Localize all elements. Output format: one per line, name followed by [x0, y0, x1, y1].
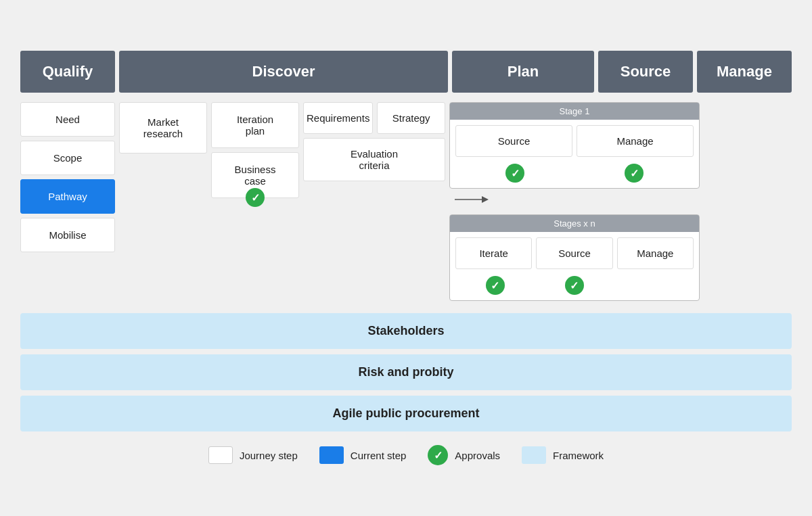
legend-framework-label: Framework — [553, 450, 604, 461]
approval-stage1-source: ✓ — [505, 164, 524, 183]
stage-n-cells: Iterate Source Manage — [450, 232, 699, 275]
legend-current-step-icon — [319, 446, 344, 464]
plan-column: Requirements Strategy Evaluationcriteria — [303, 102, 445, 181]
stage1-source[interactable]: Source — [455, 125, 572, 157]
legend-framework-icon — [522, 446, 546, 464]
step-need[interactable]: Need — [20, 102, 115, 137]
stage1-cells: Source Manage — [450, 120, 699, 162]
step-requirements[interactable]: Requirements — [303, 102, 373, 134]
stage-n-iterate[interactable]: Iterate — [455, 237, 532, 269]
stage-n-manage[interactable]: Manage — [617, 237, 694, 269]
stage-n-approvals: ✓ ✓ — [450, 275, 699, 300]
stage1-box: Stage 1 Source Manage ✓ ✓ — [449, 102, 700, 189]
bar-agile[interactable]: Agile public procurement — [20, 396, 792, 431]
step-pathway[interactable]: Pathway — [20, 179, 115, 214]
legend-approvals-label: Approvals — [455, 450, 500, 461]
approval-business-case: ✓ — [246, 188, 265, 207]
step-business-case[interactable]: Businesscase ✓ — [211, 152, 299, 198]
stage1-header: Stage 1 — [450, 103, 699, 120]
discover-sub-col-1: Marketresearch — [119, 102, 207, 198]
legend-framework: Framework — [522, 446, 604, 464]
main-layout: Need Scope Pathway Mobilise Marketresear… — [20, 102, 792, 301]
approval-stage1-manage: ✓ — [625, 164, 644, 183]
step-strategy[interactable]: Strategy — [377, 102, 445, 134]
bars-section: Stakeholders Risk and probity Agile publ… — [20, 313, 792, 431]
arrow-icon — [455, 193, 489, 206]
stage1-approvals: ✓ ✓ — [450, 162, 699, 188]
legend-approvals: ✓ Approvals — [428, 445, 500, 465]
stage-n-box: Stages x n Iterate Source Manage ✓ ✓ — [449, 214, 700, 301]
stage-n-header: Stages x n — [450, 215, 699, 232]
bar-risk[interactable]: Risk and probity — [20, 354, 792, 390]
qualify-column: Need Scope Pathway Mobilise — [20, 102, 115, 252]
legend-current-step: Current step — [319, 446, 407, 464]
header-qualify: Qualify — [20, 51, 115, 93]
stage-n-source[interactable]: Source — [536, 237, 612, 269]
plan-row-2: Evaluationcriteria — [303, 138, 445, 181]
step-market-research[interactable]: Marketresearch — [119, 102, 207, 154]
step-mobilise[interactable]: Mobilise — [20, 218, 115, 252]
step-evaluation-criteria[interactable]: Evaluationcriteria — [303, 138, 445, 181]
step-iteration-plan[interactable]: Iterationplan — [211, 102, 299, 148]
stage-arrow-connector — [449, 193, 713, 206]
legend: Journey step Current step ✓ Approvals Fr… — [20, 445, 792, 465]
header-manage: Manage — [697, 51, 792, 93]
approval-stage-n-manage: ✓ — [565, 276, 584, 295]
step-scope[interactable]: Scope — [20, 141, 115, 175]
approval-stage-n-source: ✓ — [486, 276, 505, 295]
legend-journey-step: Journey step — [208, 446, 298, 464]
header-plan: Plan — [452, 51, 594, 93]
header-row: Qualify Discover Plan Source Manage — [20, 51, 792, 93]
svg-marker-1 — [482, 196, 489, 203]
bar-stakeholders[interactable]: Stakeholders — [20, 313, 792, 349]
legend-current-step-label: Current step — [351, 450, 407, 461]
header-discover: Discover — [119, 51, 448, 93]
stages-container: Stage 1 Source Manage ✓ ✓ — [449, 102, 713, 301]
legend-journey-step-label: Journey step — [240, 450, 298, 461]
discover-sub-col-2: Iterationplan Businesscase ✓ — [211, 102, 299, 198]
discover-column: Marketresearch Iterationplan Businesscas… — [119, 102, 299, 198]
header-source: Source — [598, 51, 693, 93]
legend-approvals-icon: ✓ — [428, 445, 448, 465]
stage1-manage[interactable]: Manage — [577, 125, 694, 157]
legend-journey-step-icon — [208, 446, 233, 464]
plan-row-1: Requirements Strategy — [303, 102, 445, 134]
